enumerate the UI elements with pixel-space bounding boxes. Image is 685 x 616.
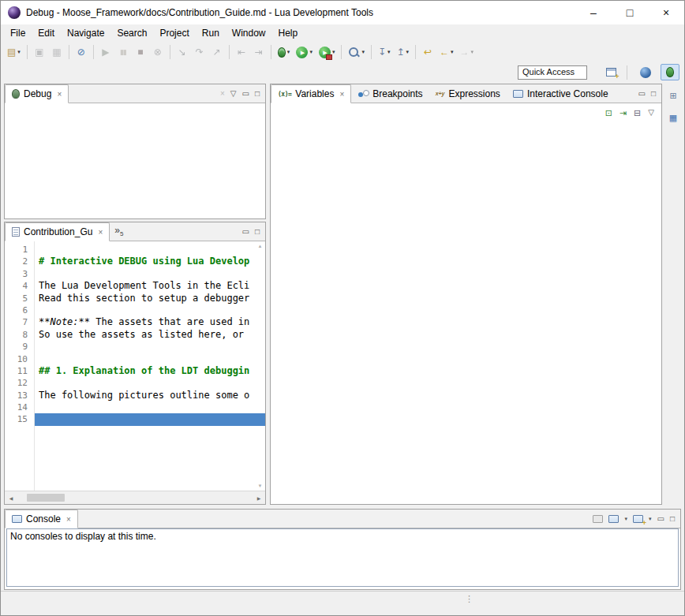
code-line[interactable]: [35, 413, 265, 425]
code-line[interactable]: [35, 401, 265, 413]
editor-overflow-tab[interactable]: »5: [110, 225, 128, 237]
external-tools-button[interactable]: ▶▾: [316, 43, 338, 61]
minimize-view-icon[interactable]: ▭: [242, 90, 249, 98]
minimize-window-button[interactable]: –: [575, 1, 612, 24]
code-line[interactable]: # Interactive DEBUG using Lua Develop: [35, 256, 265, 267]
menu-edit[interactable]: Edit: [32, 26, 61, 40]
skip-all-breakpoints-button[interactable]: ⊘: [73, 43, 89, 61]
menu-project[interactable]: Project: [153, 26, 195, 40]
forward-button[interactable]: →▾: [458, 43, 477, 61]
show-type-names-icon[interactable]: ⇥: [619, 109, 627, 118]
view-menu-icon[interactable]: ▽: [648, 109, 654, 117]
step-over-button[interactable]: ↷: [192, 43, 208, 61]
code-line[interactable]: ## 1. Explanation of the LDT debuggin: [35, 365, 265, 377]
tab-console[interactable]: Console ×: [5, 510, 78, 528]
pin-console-icon[interactable]: [593, 515, 603, 523]
dropdown-arrow-icon[interactable]: ▾: [624, 516, 627, 521]
editor-content[interactable]: 123456789101112131415 # Interactive DEBU…: [5, 241, 265, 491]
display-selected-console-icon[interactable]: [608, 515, 619, 523]
new-wizard-button[interactable]: ▤▾: [5, 43, 23, 61]
use-step-filters-button[interactable]: ⇥: [251, 43, 267, 61]
menu-search[interactable]: Search: [110, 26, 153, 40]
show-logical-structure-icon[interactable]: ⊡: [605, 109, 612, 118]
save-button[interactable]: ▣: [32, 43, 47, 61]
tab-expressions[interactable]: Expressions: [429, 84, 507, 103]
minimize-view-icon[interactable]: ▭: [638, 90, 646, 98]
code-line[interactable]: [35, 244, 265, 256]
debug-view-content: [5, 103, 265, 218]
code-line[interactable]: [35, 341, 265, 353]
maximize-view-icon[interactable]: □: [670, 515, 675, 523]
debug-perspective-button[interactable]: [661, 64, 679, 80]
maximize-view-icon[interactable]: □: [651, 90, 656, 98]
maximize-view-icon[interactable]: □: [255, 90, 260, 98]
drop-to-frame-button[interactable]: ⇤: [234, 43, 249, 61]
close-tab-icon[interactable]: ×: [57, 90, 62, 99]
last-edit-location-button[interactable]: ↩: [420, 43, 436, 61]
editor-vertical-scrollbar[interactable]: ▲ ▼: [255, 241, 265, 491]
main-toolbar: ▤▾▣▦⊘▶▮▮■⊗↘↷↗⇤⇥▾▶▾▶▾▾↧▾↥▾↩←▾→▾: [1, 42, 684, 62]
minimize-view-icon[interactable]: ▭: [242, 228, 249, 236]
tab-debug[interactable]: Debug ×: [5, 84, 69, 103]
code-line[interactable]: So use the assets as listed here, or: [35, 329, 265, 341]
back-button[interactable]: ←▾: [437, 43, 456, 61]
scrollbar-thumb[interactable]: [27, 494, 65, 502]
minimized-view-button[interactable]: ▦: [665, 110, 681, 125]
editor-horizontal-scrollbar[interactable]: ◀ ▶: [5, 491, 265, 504]
minimize-view-icon[interactable]: ▭: [657, 515, 664, 523]
scroll-down-icon[interactable]: ▼: [258, 483, 263, 488]
save-all-button[interactable]: ▦: [49, 43, 65, 61]
menu-navigate[interactable]: Navigate: [61, 26, 110, 40]
scroll-right-icon[interactable]: ▶: [253, 495, 265, 501]
step-return-button[interactable]: ↗: [209, 43, 225, 61]
menu-window[interactable]: Window: [226, 26, 272, 40]
scroll-up-icon[interactable]: ▲: [258, 244, 263, 248]
suspend-button[interactable]: ▮▮: [115, 43, 131, 61]
tab-breakpoints[interactable]: Breakpoints: [351, 84, 429, 103]
code-line[interactable]: [35, 268, 265, 280]
search-button[interactable]: ▾: [346, 43, 367, 61]
external-tools-icon: ▶: [319, 47, 331, 58]
console-content[interactable]: No consoles to display at this time.: [6, 528, 679, 587]
run-button[interactable]: ▶▾: [294, 43, 315, 61]
menu-file[interactable]: File: [4, 26, 32, 40]
dropdown-arrow-icon[interactable]: ▾: [649, 516, 652, 521]
lua-perspective-button[interactable]: [634, 64, 657, 80]
next-annotation-button[interactable]: ↧▾: [376, 43, 393, 61]
menu-help[interactable]: Help: [272, 26, 305, 40]
open-perspective-button[interactable]: [603, 64, 619, 81]
open-console-icon[interactable]: [633, 515, 643, 523]
remove-terminated-icon[interactable]: ×: [220, 90, 225, 98]
close-tab-icon[interactable]: ×: [98, 228, 103, 237]
scroll-left-icon[interactable]: ◀: [5, 495, 17, 501]
terminate-button[interactable]: ■: [133, 43, 148, 61]
close-tab-icon[interactable]: ×: [66, 515, 71, 524]
prev-annotation-button[interactable]: ↥▾: [395, 43, 412, 61]
collapse-all-icon[interactable]: ⊟: [634, 109, 641, 118]
trim-drag-handle[interactable]: ⋮: [465, 594, 474, 604]
tab-interactive-console[interactable]: Interactive Console: [507, 84, 615, 103]
close-tab-icon[interactable]: ×: [339, 90, 344, 99]
scrollbar-track[interactable]: [17, 491, 253, 504]
debug-button[interactable]: ▾: [275, 43, 293, 61]
tab-contribution-guide[interactable]: Contribution_Gu ×: [5, 222, 110, 241]
restore-views-button[interactable]: ⊞: [665, 88, 681, 103]
step-into-button[interactable]: ↘: [174, 43, 190, 61]
maximize-window-button[interactable]: □: [612, 1, 648, 24]
code-line[interactable]: **Note:** The assets that are used in: [35, 316, 265, 328]
resume-button[interactable]: ▶: [98, 43, 114, 61]
code-line[interactable]: [35, 304, 265, 316]
menu-run[interactable]: Run: [196, 26, 226, 40]
close-window-button[interactable]: ×: [648, 1, 684, 24]
code-line[interactable]: [35, 353, 265, 365]
code-line[interactable]: [35, 377, 265, 389]
tab-variables[interactable]: (x)=Variables×: [271, 84, 351, 103]
disconnect-button[interactable]: ⊗: [150, 43, 166, 61]
code-line[interactable]: The following pictures outline some o: [35, 390, 265, 401]
view-menu-icon[interactable]: ▽: [230, 90, 237, 98]
code-line[interactable]: Read this section to setup a debugger: [35, 293, 265, 304]
code-area[interactable]: # Interactive DEBUG using Lua DevelopThe…: [35, 241, 265, 491]
quick-access-input[interactable]: Quick Access: [518, 65, 587, 80]
maximize-view-icon[interactable]: □: [255, 228, 260, 236]
code-line[interactable]: The Lua Development Tools in the Ecli: [35, 280, 265, 292]
